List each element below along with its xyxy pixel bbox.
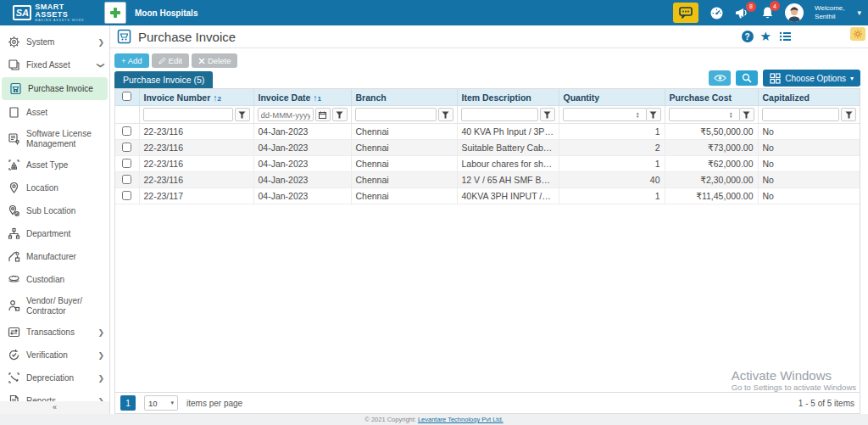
purchase-invoice-icon: [9, 82, 22, 95]
branch-filter-button[interactable]: [438, 108, 453, 121]
invoice-date-filter-input[interactable]: [258, 108, 314, 121]
funnel-icon: [543, 111, 551, 119]
col-capitalized[interactable]: Capitalized: [758, 89, 860, 106]
notifications-button[interactable]: 4: [761, 6, 774, 20]
funnel-icon: [743, 111, 750, 119]
edit-button[interactable]: Edit: [152, 53, 189, 68]
vendor-icon: [8, 299, 20, 312]
caret-down-icon: ▾: [850, 75, 854, 82]
search-button[interactable]: [736, 70, 758, 86]
settings-gear-button[interactable]: [850, 27, 865, 41]
avatar[interactable]: [785, 3, 804, 22]
invoice-number-filter-input[interactable]: [143, 108, 233, 121]
sidebar-item-sub-location[interactable]: Sub Location: [0, 199, 109, 222]
row-checkbox[interactable]: [122, 175, 131, 184]
chevron-right-icon: ❯: [97, 374, 104, 383]
item-description-filter-button[interactable]: [540, 108, 555, 121]
brand-line2: ASSETS: [35, 11, 84, 19]
invoice-number-filter-button[interactable]: [235, 108, 250, 121]
table-row[interactable]: 22-23/116 04-Jan-2023 Chennai 12 V / 65 …: [115, 172, 860, 188]
sidebar-item-reports[interactable]: Reports ❯: [0, 389, 109, 401]
notifications-badge: 4: [770, 1, 780, 11]
chevron-down-icon: ❯: [97, 62, 105, 69]
grid-header-row: Invoice Number ↑2 Invoice Date ↑1 Branch…: [115, 89, 860, 106]
video-list-icon[interactable]: [778, 31, 792, 42]
choose-options-button[interactable]: Choose Options ▾: [763, 70, 860, 87]
sidebar-item-vendor[interactable]: Vendor/ Buyer/ Contractor: [0, 291, 109, 321]
top-bar: SA SMART ASSETS MAKING ASSETS WORK Moon …: [0, 0, 868, 25]
purchase-cost-filter-button[interactable]: [739, 108, 754, 121]
sidebar-item-verification[interactable]: Verification ❯: [0, 344, 109, 366]
table-row[interactable]: 22-23/117 04-Jan-2023 Chennai 40KVA 3PH …: [115, 188, 860, 204]
table-row[interactable]: 22-23/116 04-Jan-2023 Chennai Suitable B…: [115, 140, 860, 156]
sidebar-item-transactions[interactable]: Transactions ❯: [0, 321, 109, 344]
announcements-button[interactable]: 8: [735, 7, 750, 20]
reports-icon: [8, 394, 20, 401]
custodian-icon: [8, 273, 20, 286]
pager: 1 10 ▾ items per page 1 - 5 of 5 items: [114, 392, 860, 414]
row-checkbox[interactable]: [122, 126, 131, 136]
chevron-right-icon: ❯: [97, 328, 104, 337]
add-button[interactable]: + Add: [114, 53, 149, 68]
col-invoice-number[interactable]: Invoice Number ↑2: [139, 89, 253, 106]
row-checkbox[interactable]: [122, 191, 131, 200]
item-description-filter-input[interactable]: [461, 108, 538, 121]
sidebar-item-fixed-asset[interactable]: Fixed Asset ❯: [0, 53, 109, 76]
select-all-checkbox[interactable]: [122, 92, 131, 101]
sidebar-item-purchase-invoice[interactable]: Purchase Invoice: [2, 77, 108, 100]
table-row[interactable]: 22-23/116 04-Jan-2023 Chennai Labour cha…: [115, 156, 860, 172]
capitalized-filter-input[interactable]: [762, 108, 840, 121]
sidebar-item-location[interactable]: Location: [0, 176, 109, 199]
sidebar-item-system[interactable]: System ❯: [0, 31, 109, 53]
quantity-filter-input[interactable]: [563, 108, 647, 121]
grid-options-icon: [770, 73, 781, 84]
sidebar-item-asset-type[interactable]: Asset Type: [0, 154, 109, 176]
purchase-cost-stepper[interactable]: ▴▾: [730, 111, 732, 118]
sidebar-item-asset[interactable]: Asset: [0, 101, 109, 124]
capitalized-filter-button[interactable]: [841, 108, 856, 121]
layers-icon: [8, 59, 20, 71]
favorite-star-icon[interactable]: ★: [760, 29, 771, 44]
page-1-button[interactable]: 1: [120, 395, 136, 411]
company-link[interactable]: Levantare Technology Pvt Ltd.: [418, 416, 504, 423]
dashboard-button[interactable]: [709, 6, 724, 20]
row-checkbox[interactable]: [122, 159, 131, 168]
view-button[interactable]: [709, 70, 731, 86]
sidebar-item-software-license[interactable]: Software License Management: [0, 124, 109, 154]
gauge-icon: [709, 6, 724, 20]
quantity-stepper[interactable]: ▴▾: [637, 111, 639, 118]
page-title: Purchase Invoice: [138, 30, 236, 44]
sidebar-collapse-button[interactable]: «: [0, 401, 109, 414]
chat-button[interactable]: [673, 3, 698, 23]
col-item-description[interactable]: Item Description: [457, 89, 559, 106]
avatar-image: [786, 5, 803, 22]
funnel-icon: [336, 111, 343, 119]
brand-tagline: MAKING ASSETS WORK: [35, 20, 84, 23]
funnel-icon: [442, 111, 449, 119]
col-branch[interactable]: Branch: [351, 89, 457, 106]
sidebar-item-custodian[interactable]: Custodian: [0, 268, 109, 291]
help-button[interactable]: ?: [742, 31, 754, 42]
software-license-icon: [8, 132, 20, 145]
delete-x-icon: [198, 58, 205, 64]
invoice-date-filter-button[interactable]: [332, 108, 348, 121]
branch-filter-input[interactable]: [355, 108, 437, 121]
sidebar-item-depreciation[interactable]: Depreciation ❯: [0, 366, 109, 389]
quantity-filter-button[interactable]: [646, 108, 661, 121]
sidebar-item-manufacturer[interactable]: Manufacturer: [0, 245, 109, 268]
col-purchase-cost[interactable]: Purchase Cost: [665, 89, 758, 106]
page-size-select[interactable]: 10 ▾: [144, 395, 178, 411]
table-row[interactable]: 22-23/116 04-Jan-2023 Chennai 40 KVA Ph …: [115, 124, 860, 140]
col-invoice-date[interactable]: Invoice Date ↑1: [253, 89, 351, 106]
smart-assets-logo[interactable]: SA SMART ASSETS MAKING ASSETS WORK: [0, 0, 97, 25]
date-picker-button[interactable]: [315, 108, 331, 121]
welcome-text: Welcome, Senthil: [815, 4, 844, 20]
col-quantity[interactable]: Quantity: [559, 89, 665, 106]
tab-purchase-invoice[interactable]: Purchase Invoice (5): [114, 71, 213, 88]
footer: © 2021 Copyright: Levantare Technology P…: [0, 414, 868, 425]
profile-caret-icon[interactable]: ▾: [857, 8, 861, 17]
row-checkbox[interactable]: [122, 143, 131, 152]
page-header: Purchase Invoice ? ★: [110, 25, 868, 48]
delete-button[interactable]: Delete: [192, 53, 237, 68]
sidebar-item-department[interactable]: Department: [0, 222, 109, 245]
